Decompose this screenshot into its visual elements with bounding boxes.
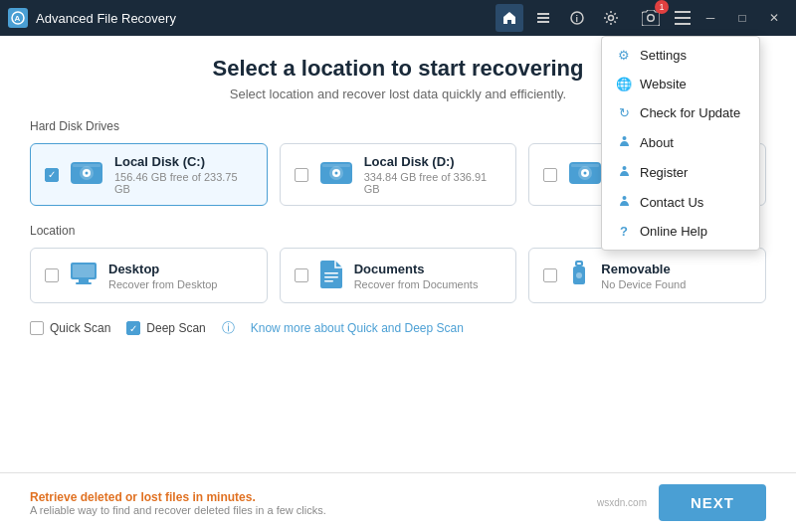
svg-text:i: i [576, 14, 579, 24]
svg-point-13 [622, 196, 626, 200]
svg-point-12 [622, 166, 626, 170]
removable-desc: No Device Found [601, 278, 751, 290]
home-nav-icon[interactable] [496, 4, 523, 32]
menu-register[interactable]: Register [602, 157, 759, 187]
drive-d-icon [318, 158, 354, 192]
drive-toshiba-icon [567, 158, 603, 192]
svg-rect-31 [79, 279, 89, 282]
deep-scan-label: Deep Scan [146, 321, 205, 335]
watermark: wsxdn.com [597, 497, 647, 508]
svg-rect-28 [571, 164, 599, 167]
location-card-desktop[interactable]: Desktop Recover from Desktop [30, 248, 268, 303]
footer-text: Retrieve deleted or lost files in minute… [30, 490, 326, 516]
drive-c-info: Local Disk (C:) 156.46 GB free of 233.75… [114, 154, 253, 195]
footer: Retrieve deleted or lost files in minute… [0, 472, 796, 532]
drive-c-space: 156.46 GB free of 233.75 GB [114, 171, 253, 195]
svg-rect-35 [324, 280, 333, 282]
maximize-button[interactable]: □ [728, 6, 756, 30]
drive-c-name: Local Disk (C:) [114, 154, 253, 169]
desktop-desc: Recover from Desktop [108, 278, 253, 290]
svg-point-38 [576, 272, 582, 278]
desktop-icon [69, 261, 99, 290]
removable-info: Removable No Device Found [601, 262, 751, 290]
drive-d-space: 334.84 GB free of 336.91 GB [364, 171, 502, 195]
desktop-checkbox[interactable] [45, 268, 59, 282]
menu-website-label: Website [640, 77, 687, 91]
quick-scan-label: Quick Scan [50, 321, 110, 335]
drive-toshiba-checkbox[interactable] [543, 168, 557, 182]
window-controls: ─ □ ✕ [696, 6, 788, 30]
menu-contact[interactable]: Contact Us [602, 187, 759, 217]
about-menu-icon [616, 134, 632, 150]
menu-check-update-label: Check for Update [640, 105, 740, 120]
menu-settings[interactable]: ⚙ Settings [602, 41, 759, 70]
deep-scan-checkbox[interactable]: ✓ [126, 321, 140, 335]
svg-rect-32 [76, 282, 92, 284]
camera-badge: 1 [655, 0, 669, 14]
locations-row: Desktop Recover from Desktop Documents R… [30, 248, 766, 303]
scan-options: Quick Scan ✓ Deep Scan ⓘ Know more about… [30, 319, 766, 337]
svg-text:A: A [15, 14, 21, 23]
menu-online-help[interactable]: ? Online Help [602, 217, 759, 246]
quick-scan-option[interactable]: Quick Scan [30, 321, 110, 335]
svg-rect-8 [675, 11, 691, 13]
drive-d-name: Local Disk (D:) [364, 154, 502, 169]
scan-more-link[interactable]: Know more about Quick and Deep Scan [251, 321, 464, 335]
svg-rect-4 [537, 21, 549, 23]
removable-checkbox[interactable] [543, 268, 557, 282]
menu-contact-label: Contact Us [640, 195, 703, 210]
list-nav-icon[interactable] [529, 4, 557, 32]
svg-point-7 [609, 16, 614, 21]
drive-card-c[interactable]: ✓ Local Disk (C:) 156.46 GB free of 233.… [30, 143, 268, 206]
close-button[interactable]: ✕ [760, 6, 788, 30]
svg-rect-34 [324, 276, 338, 278]
camera-icon-wrap[interactable]: 1 [637, 4, 665, 32]
removable-name: Removable [601, 262, 751, 276]
drive-d-info: Local Disk (D:) 334.84 GB free of 336.91… [364, 154, 502, 195]
settings-nav-icon[interactable] [597, 4, 625, 32]
menu-website[interactable]: 🌐 Website [602, 70, 759, 98]
info-nav-icon[interactable]: i [563, 4, 591, 32]
documents-info: Documents Recover from Documents [354, 262, 502, 290]
drive-c-checkbox[interactable]: ✓ [45, 168, 59, 182]
footer-sub-text: A reliable way to find and recover delet… [30, 504, 326, 516]
svg-point-27 [584, 171, 587, 174]
svg-rect-9 [675, 17, 691, 19]
svg-rect-39 [577, 263, 581, 265]
svg-rect-30 [73, 265, 95, 277]
title-bar: A Advanced File Recovery i [0, 0, 796, 36]
app-title: Advanced File Recovery [36, 11, 496, 26]
location-card-documents[interactable]: Documents Recover from Documents [280, 248, 517, 303]
hamburger-icon[interactable] [669, 4, 696, 32]
drive-card-d[interactable]: Local Disk (D:) 334.84 GB free of 336.91… [280, 143, 517, 206]
documents-checkbox[interactable] [295, 268, 308, 282]
website-menu-icon: 🌐 [616, 77, 632, 91]
svg-point-22 [334, 171, 337, 174]
scan-info-icon[interactable]: ⓘ [222, 319, 235, 337]
svg-rect-23 [322, 164, 350, 167]
menu-check-update[interactable]: ↻ Check for Update [602, 98, 759, 127]
dropdown-menu: ⚙ Settings 🌐 Website ↻ Check for Update … [601, 36, 760, 251]
deep-scan-option[interactable]: ✓ Deep Scan [126, 321, 205, 335]
next-button[interactable]: NEXT [659, 484, 766, 521]
svg-rect-18 [73, 164, 100, 167]
documents-name: Documents [354, 262, 502, 276]
svg-point-11 [622, 136, 626, 140]
menu-about[interactable]: About [602, 127, 759, 157]
documents-desc: Recover from Documents [354, 278, 502, 290]
location-card-removable[interactable]: Removable No Device Found [528, 248, 766, 303]
svg-rect-33 [324, 272, 338, 274]
documents-icon [318, 259, 344, 292]
drive-c-icon [69, 158, 104, 192]
app-logo: A [8, 8, 28, 28]
quick-scan-checkbox[interactable] [30, 321, 44, 335]
minimize-button[interactable]: ─ [696, 6, 724, 30]
drive-d-checkbox[interactable] [295, 168, 308, 182]
svg-rect-10 [675, 23, 691, 25]
contact-menu-icon [616, 194, 632, 210]
update-menu-icon: ↻ [616, 105, 632, 120]
desktop-name: Desktop [108, 262, 253, 276]
settings-menu-icon: ⚙ [616, 48, 632, 63]
help-menu-icon: ? [616, 224, 632, 239]
removable-icon [567, 259, 591, 292]
